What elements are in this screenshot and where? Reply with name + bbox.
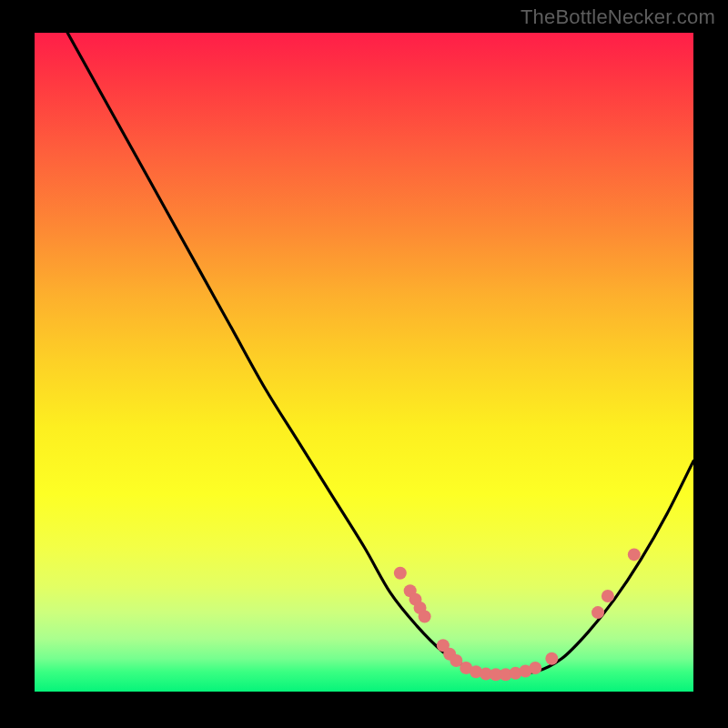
data-marker <box>545 652 558 665</box>
data-marker <box>628 548 641 561</box>
chart-svg <box>35 33 693 692</box>
chart-frame: TheBottleNecker.com <box>0 0 728 728</box>
data-marker <box>394 567 407 580</box>
data-marker <box>602 590 614 602</box>
watermark-text: TheBottleNecker.com <box>521 5 715 29</box>
marker-group <box>394 548 641 681</box>
data-marker <box>529 662 541 674</box>
data-marker <box>592 606 604 619</box>
plot-area <box>35 33 693 692</box>
bottleneck-curve <box>67 33 693 672</box>
data-marker <box>419 610 431 622</box>
